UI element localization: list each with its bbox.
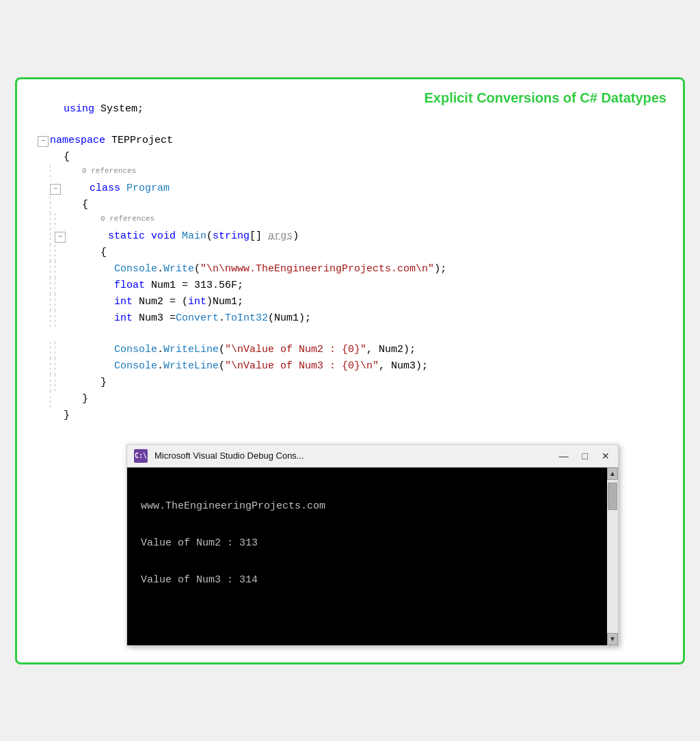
console-window: C:\ Microsoft Visual Studio Debug Cons..… xyxy=(126,444,619,646)
console-controls: — □ ✕ xyxy=(558,450,611,461)
console-writeline2: Console xyxy=(59,358,157,375)
namespace-name: TEPProject xyxy=(111,133,173,149)
console-output: www.TheEngineeringProjects.com Value of … xyxy=(127,468,607,645)
ref-hint-1: 0 references xyxy=(59,213,154,226)
close-button[interactable]: ✕ xyxy=(600,450,611,461)
int-keyword-2: int xyxy=(59,310,133,327)
code-line-num2: int Num2 = ( int )Num1; xyxy=(38,294,669,310)
scroll-down-arrow[interactable]: ▼ xyxy=(607,633,618,645)
code-line-ref0: 0 references xyxy=(38,165,669,180)
writeline2-str: "\nValue of Num3 : {0}\n" xyxy=(225,358,379,375)
collapse-main[interactable]: − xyxy=(55,232,66,243)
code-line-brace3: { xyxy=(38,245,669,261)
namespace-keyword: namespace xyxy=(50,133,105,149)
class-keyword: class xyxy=(62,180,120,197)
code-line-close-class: } xyxy=(38,391,669,407)
code-line-class: − class Program xyxy=(38,180,669,197)
main-method: Main xyxy=(182,228,206,245)
code-line-close-ns: } xyxy=(38,407,669,424)
console-titlebar: C:\ Microsoft Visual Studio Debug Cons..… xyxy=(127,445,618,468)
console-write-call: Console xyxy=(59,261,157,278)
scroll-thumb[interactable] xyxy=(608,483,617,510)
convert-class: Convert xyxy=(176,310,219,327)
code-editor: using System; − namespace TEPProject { 0… xyxy=(31,96,669,424)
int-keyword-1: int xyxy=(59,294,133,310)
class-name: Program xyxy=(126,180,170,197)
code-line-using: using System; xyxy=(38,101,669,118)
code-line-close-main: } xyxy=(38,375,669,391)
code-line-ref1: 0 references xyxy=(38,213,669,228)
scrollbar-vertical[interactable]: ▲ ▼ xyxy=(607,468,618,645)
console-app-icon: C:\ xyxy=(134,449,148,463)
using-keyword: using xyxy=(50,101,94,118)
code-line-float: float Num1 = 313.56F; xyxy=(38,278,669,294)
console-body-wrapper: www.TheEngineeringProjects.com Value of … xyxy=(127,468,618,645)
scroll-track[interactable] xyxy=(607,480,618,633)
console-writeline1: Console xyxy=(59,342,157,358)
scroll-up-arrow[interactable]: ▲ xyxy=(607,468,618,480)
console-output-line3: Value of Num2 : 313 xyxy=(141,534,593,552)
code-line-writeline2: Console . WriteLine ( "\nValue of Num3 :… xyxy=(38,358,669,375)
console-output-line2: www.TheEngineeringProjects.com xyxy=(141,497,593,515)
code-line-writeline1: Console . WriteLine ( "\nValue of Num2 :… xyxy=(38,342,669,358)
blank-line-1 xyxy=(38,118,669,133)
write-string: "\n\nwww.TheEngineeringProjects.com\n" xyxy=(200,261,434,278)
write-method: Write xyxy=(163,261,194,278)
code-line-brace2: { xyxy=(38,197,669,213)
code-line-main: − static void Main ( string [] args ) xyxy=(38,228,669,245)
minimize-button[interactable]: — xyxy=(558,450,570,461)
toint32-method: ToInt32 xyxy=(225,310,268,327)
ref-hint-0: 0 references xyxy=(55,165,136,178)
code-line-num3: int Num3 = Convert . ToInt32 (Num1); xyxy=(38,310,669,327)
console-title: Microsoft Visual Studio Debug Cons... xyxy=(154,450,551,461)
string-keyword: string xyxy=(213,228,250,245)
system-identifier: System; xyxy=(100,101,144,118)
args-param: args xyxy=(268,228,293,245)
console-output-blank2 xyxy=(141,552,593,571)
console-output-blank1 xyxy=(141,515,593,534)
collapse-namespace[interactable]: − xyxy=(38,136,49,147)
code-line-write: Console . Write ( "\n\nwww.TheEngineerin… xyxy=(38,261,669,278)
maximize-button[interactable]: □ xyxy=(581,450,589,461)
writeline1-str: "\nValue of Num2 : {0}" xyxy=(225,342,366,358)
code-line-brace1: { xyxy=(38,149,669,165)
collapse-class[interactable]: − xyxy=(50,184,61,195)
float-keyword: float xyxy=(59,278,145,294)
console-output-line4: Value of Num3 : 314 xyxy=(141,571,593,589)
static-keyword: static xyxy=(67,228,145,245)
void-keyword: void xyxy=(151,228,176,245)
main-container: Explicit Conversions of C# Datatypes usi… xyxy=(15,77,685,664)
code-line-namespace: − namespace TEPProject xyxy=(38,133,669,149)
console-output-line1 xyxy=(141,479,593,497)
blank-line-2 xyxy=(38,327,669,342)
